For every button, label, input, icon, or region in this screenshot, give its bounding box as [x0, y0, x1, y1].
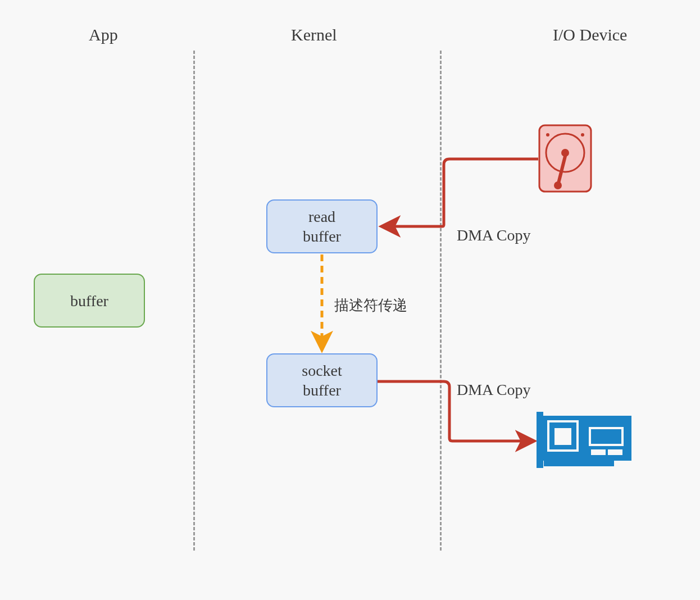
svg-point-5 [581, 133, 584, 137]
read-buffer-box: read buffer [266, 199, 378, 253]
svg-rect-0 [539, 125, 591, 192]
svg-rect-12 [544, 461, 614, 466]
buffer-box: buffer [34, 274, 145, 328]
svg-rect-13 [537, 412, 543, 468]
divider-kernel-io [440, 51, 442, 551]
disk-icon [539, 125, 591, 192]
arrow-disk-to-readbuffer [382, 159, 538, 226]
svg-rect-11 [591, 449, 606, 455]
column-kernel-header: Kernel [291, 25, 337, 44]
svg-point-3 [554, 181, 562, 189]
nic-icon [537, 412, 631, 468]
column-io-header: I/O Device [553, 25, 627, 44]
svg-rect-8 [554, 428, 571, 445]
svg-rect-9 [590, 428, 622, 445]
svg-point-4 [546, 133, 549, 137]
svg-rect-10 [608, 449, 622, 455]
svg-point-2 [561, 149, 569, 157]
descriptor-pass-label: 描述符传递 [334, 296, 407, 315]
socket-buffer-box: socket buffer [266, 353, 378, 407]
column-app-header: App [89, 25, 118, 44]
divider-app-kernel [193, 51, 195, 551]
dma-copy-top-label: DMA Copy [457, 226, 530, 244]
svg-rect-6 [542, 416, 631, 461]
svg-point-1 [546, 134, 584, 172]
svg-rect-7 [548, 421, 578, 451]
dma-copy-bottom-label: DMA Copy [457, 381, 530, 399]
